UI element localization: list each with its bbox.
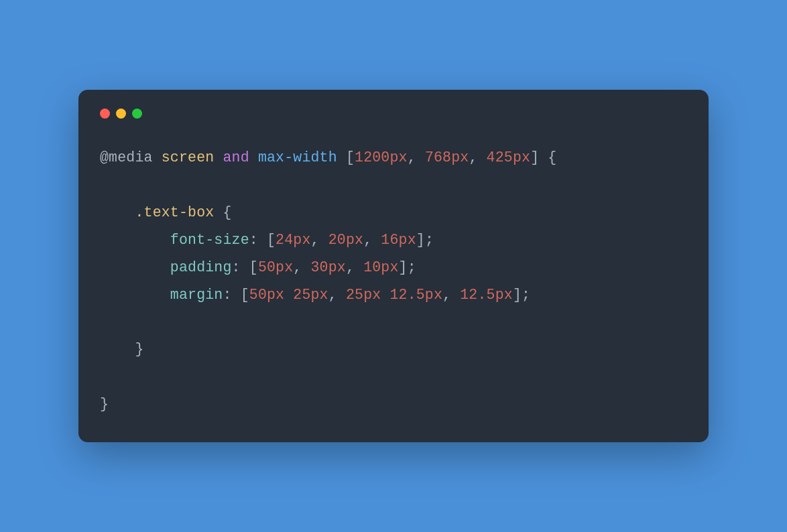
value: 12.5px [460,287,513,303]
close-bracket: ] [399,259,408,275]
property: padding [170,259,232,275]
comma: , [311,232,328,248]
comma: , [408,149,425,165]
value: 425px [487,149,531,165]
selector: .text-box [135,204,214,220]
at-rule: @media [100,149,153,165]
close-bracket: ] [530,149,539,165]
close-brace: } [135,341,143,357]
close-brace: } [100,396,109,412]
code-block: @media screen and max-width [1200px, 768… [100,144,687,417]
open-brace: { [214,204,231,220]
indent [100,287,170,303]
colon: : [223,287,240,303]
property: margin [170,287,223,303]
comma: , [293,259,310,275]
maximize-icon[interactable] [132,109,142,119]
comma: , [469,149,486,165]
keyword-and: and [223,149,249,165]
colon: : [249,232,267,248]
property: font-size [170,232,249,248]
value: 1200px [355,149,408,165]
semicolon: ; [425,232,434,248]
value: 16px [381,232,416,248]
comma: , [328,287,346,303]
open-bracket: [ [249,259,258,275]
semicolon: ; [522,287,530,303]
value: 25px 12.5px [346,287,442,303]
comma: , [442,287,460,303]
value: 50px 25px [249,287,328,303]
open-bracket: [ [267,232,276,248]
traffic-lights [100,109,687,119]
minimize-icon[interactable] [116,109,126,119]
indent [100,259,170,275]
comma: , [346,259,363,275]
close-bracket: ] [416,232,425,248]
colon: : [232,259,249,275]
open-bracket: [ [346,149,355,165]
keyword-screen: screen [162,149,215,165]
keyword-max-width: max-width [258,149,337,165]
value: 10px [363,259,398,275]
indent [100,232,170,248]
semicolon: ; [408,259,416,275]
code-window: @media screen and max-width [1200px, 768… [78,90,709,442]
value: 768px [425,149,469,165]
value: 20px [328,232,363,248]
indent [100,341,135,357]
value: 50px [258,259,293,275]
value: 24px [276,232,310,248]
open-bracket: [ [241,287,249,303]
value: 30px [311,259,346,275]
indent [100,204,135,220]
open-brace: { [539,149,556,165]
comma: , [363,232,381,248]
close-icon[interactable] [100,109,110,119]
close-bracket: ] [513,287,522,303]
